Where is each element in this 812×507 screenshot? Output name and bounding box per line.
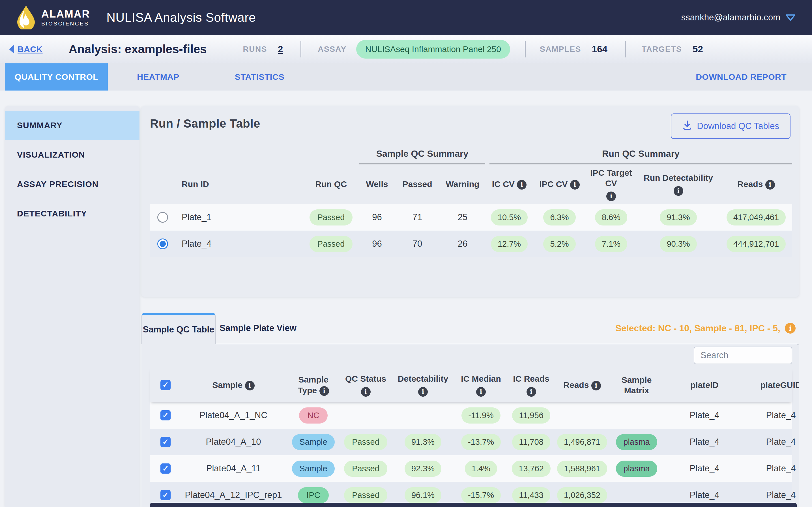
ic-median-info-icon[interactable] [476, 387, 486, 397]
sample-qc-table-content: Sample Sample Type QC Status Detectabili… [141, 344, 799, 507]
sample-type-badge: Sample [292, 434, 334, 450]
col-reads: Reads [737, 179, 775, 189]
selected-info-icon[interactable] [785, 323, 796, 334]
alamar-droplet-icon [16, 5, 36, 31]
selected-summary: Selected: NC - 10, Sample - 81, IPC - 5, [615, 313, 796, 344]
run-sample-table-panel: Run / Sample Table Download QC Tables Sa… [141, 106, 799, 297]
divider [300, 41, 301, 57]
back-label: BACK [17, 44, 43, 54]
ic-cv-info-icon[interactable] [517, 180, 527, 189]
samples-value: 164 [592, 44, 607, 55]
tab-sample-plate-view[interactable]: Sample Plate View [216, 313, 300, 344]
sample-qc-summary-group-label: Sample QC Summary [359, 149, 485, 164]
qc-status-info-icon[interactable] [361, 387, 371, 397]
app-title: NULISA Analysis Software [106, 10, 256, 24]
run-row-plate-1[interactable]: Plate_1 Passed 96 71 25 10.5% 6.3% 8.6% … [150, 204, 792, 231]
col-plate-id: plateID [690, 380, 719, 390]
col-run-detectability: Run Detectability [644, 173, 713, 183]
col-ipc-cv: IPC CV [539, 179, 579, 189]
sample-row-1[interactable]: Plate04_A_10 Sample Passed 91.3% -13.7% … [150, 429, 792, 455]
sample-name: Plate04_A_10 [206, 437, 261, 447]
run-qc-badge: Passed [309, 236, 353, 252]
run-id-value: Plate_4 [182, 239, 211, 249]
detectability-info-icon[interactable] [418, 387, 428, 397]
run-row-plate-4[interactable]: Plate_4 Passed 96 70 26 12.7% 5.2% 7.1% … [150, 231, 792, 257]
alamar-logo: ALAMAR BIOSCIENCES [16, 5, 90, 31]
tab-heatmap[interactable]: HEATMAP [108, 63, 209, 91]
main-tab-bar: QUALITY CONTROL HEATMAP STATISTICS DOWNL… [0, 63, 812, 91]
assay-label: ASSAY [318, 45, 346, 54]
run-qc-summary-group-label: Run QC Summary [489, 149, 792, 164]
analysis-meta-bar: BACK Analysis: examples-files RUNS 2 ASS… [0, 35, 812, 63]
sidebar-item-summary[interactable]: SUMMARY [5, 111, 139, 140]
download-report-button[interactable]: DOWNLOAD REPORT [696, 63, 787, 91]
runs-value[interactable]: 2 [278, 44, 283, 55]
row-checkbox[interactable] [160, 437, 171, 447]
user-menu-chevron-down-icon[interactable] [785, 13, 796, 22]
row-checkbox[interactable] [160, 490, 171, 500]
col-sample-matrix: Sample Matrix [618, 375, 655, 396]
sample-qc-panel: Sample QC Table Sample Plate View Select… [141, 313, 799, 507]
col-ic-median: IC Median [461, 374, 501, 384]
ic-reads-info-icon[interactable] [527, 387, 536, 397]
col-plate-guid: plateGUID [760, 380, 799, 390]
run-detectability-info-icon[interactable] [674, 186, 683, 196]
user-email: ssankhe@alamarbio.com [681, 12, 780, 23]
page-title: Analysis: examples-files [69, 43, 207, 56]
sidebar-item-assay-precision[interactable]: ASSAY PRECISION [5, 169, 139, 199]
back-arrow-icon [8, 44, 15, 54]
reads-info-icon[interactable] [765, 180, 775, 189]
reads2-info-icon[interactable] [591, 381, 601, 390]
tab-sample-qc-table[interactable]: Sample QC Table [141, 313, 216, 344]
targets-label: TARGETS [642, 45, 682, 54]
back-button[interactable]: BACK [8, 44, 43, 54]
runs-stat: RUNS 2 [243, 44, 283, 55]
sample-type-badge: Sample [292, 461, 334, 477]
run-table-header-row: Run ID Run QC Wells Passed Warning IC CV… [150, 164, 792, 204]
sample-type-badge: NC [299, 407, 328, 424]
samples-label: SAMPLES [540, 45, 581, 54]
col-wells: Wells [366, 179, 388, 189]
horizontal-scrollbar[interactable] [150, 503, 797, 507]
sample-name: Plate04_A_12_IPC_rep1 [185, 490, 282, 500]
sample-name: Plate04_A_11 [206, 463, 260, 473]
run-id-value: Plate_1 [182, 212, 211, 222]
col-warning: Warning [446, 179, 479, 189]
divider [525, 41, 526, 57]
ipc-cv-info-icon[interactable] [570, 180, 580, 189]
col-passed: Passed [402, 179, 432, 189]
col-ic-cv: IC CV [492, 179, 527, 189]
col-sample: Sample [212, 380, 254, 390]
col-sample-type: Sample Type [294, 374, 333, 396]
assay-badge: NULISAseq Inflammation Panel 250 [356, 40, 510, 59]
sample-qc-tabs: Sample QC Table Sample Plate View Select… [141, 313, 799, 344]
sample-row-2[interactable]: Plate04_A_11 Sample Passed 92.3% 1.4% 13… [150, 455, 792, 482]
col-ic-reads: IC Reads [513, 374, 549, 384]
row-checkbox[interactable] [160, 463, 171, 473]
sample-type-info-icon[interactable] [320, 386, 329, 396]
targets-value: 52 [693, 44, 703, 55]
run-radio-plate-4[interactable] [157, 238, 168, 249]
col-qc-status: QC Status [345, 374, 386, 384]
sidebar-item-visualization[interactable]: VISUALIZATION [5, 140, 139, 169]
sample-table-header-row: Sample Sample Type QC Status Detectabili… [150, 368, 792, 402]
tab-statistics[interactable]: STATISTICS [209, 63, 311, 91]
run-radio-plate-1[interactable] [157, 212, 168, 223]
row-checkbox[interactable] [160, 410, 171, 420]
run-qc-badge: Passed [309, 209, 353, 225]
col-run-id: Run ID [182, 179, 209, 189]
select-all-checkbox[interactable] [160, 380, 171, 390]
col-ipc-target-cv: IPC Target CV [590, 168, 632, 189]
targets-stat: TARGETS 52 [642, 44, 703, 55]
download-qc-tables-button[interactable]: Download QC Tables [671, 113, 791, 139]
sidebar-item-detectability[interactable]: DETECTABILITY [5, 199, 139, 228]
tab-quality-control[interactable]: QUALITY CONTROL [5, 63, 108, 91]
sample-info-icon[interactable] [245, 381, 255, 390]
run-table-group-header: Sample QC Summary Run QC Summary [150, 145, 792, 164]
brand-name: ALAMAR [41, 9, 90, 19]
ipc-target-cv-info-icon[interactable] [606, 191, 616, 201]
sample-row-0[interactable]: Plate04_A_1_NC NC -11.9% 11,956 Plate_4 … [150, 402, 792, 429]
search-input[interactable] [694, 347, 792, 364]
col-detectability: Detectability [398, 374, 448, 384]
col-reads2: Reads [563, 380, 601, 390]
